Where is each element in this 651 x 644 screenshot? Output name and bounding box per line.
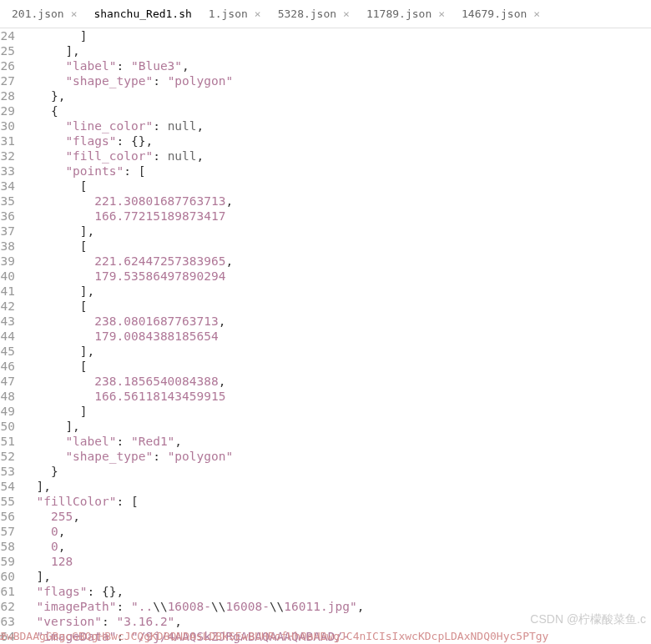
code-line[interactable]: "fill_color": null,	[22, 148, 651, 164]
code-line[interactable]: 0,	[22, 524, 651, 539]
line-number: 44	[0, 329, 15, 344]
tab-bar: 201.json×shanchu_Red1.sh1.json×5328.json…	[0, 0, 651, 28]
code-editor[interactable]: 2425262728293031323334353637383940414243…	[0, 28, 651, 644]
code-line[interactable]: ],	[22, 284, 651, 299]
line-number: 47	[0, 374, 15, 389]
code-line[interactable]: 0,	[22, 539, 651, 554]
tab-5328-json[interactable]: 5328.json×	[270, 0, 358, 28]
line-number: 57	[0, 524, 15, 539]
line-number: 45	[0, 344, 15, 359]
code-line[interactable]: 238.0801687763713,	[22, 314, 651, 329]
tab-shanchu_Red1-sh[interactable]: shanchu_Red1.sh	[85, 0, 199, 28]
code-line[interactable]: "shape_type": "polygon"	[22, 449, 651, 464]
code-line[interactable]: "shape_type": "polygon"	[22, 73, 651, 88]
tab-label: 5328.json	[278, 8, 336, 20]
line-number: 43	[0, 314, 15, 329]
line-number: 31	[0, 133, 15, 148]
tab-14679-json[interactable]: 14679.json×	[453, 0, 548, 28]
code-line[interactable]: 166.56118143459915	[22, 389, 651, 404]
line-number: 35	[0, 194, 15, 209]
line-number: 28	[0, 88, 15, 103]
code-line[interactable]: 221.30801687763713,	[22, 194, 651, 209]
code-line[interactable]: 179.0084388185654	[22, 329, 651, 344]
line-number: 41	[0, 284, 15, 299]
close-icon[interactable]: ×	[71, 8, 78, 20]
line-number: 61	[0, 584, 15, 599]
line-number: 46	[0, 359, 15, 374]
line-number: 29	[0, 103, 15, 118]
line-number: 56	[0, 509, 15, 524]
close-icon[interactable]: ×	[255, 8, 261, 20]
code-line[interactable]: "fillColor": [	[22, 494, 651, 509]
tab-label: 1.json	[209, 8, 248, 20]
code-line[interactable]: 179.53586497890294	[22, 269, 651, 284]
line-number: 36	[0, 209, 15, 224]
line-number: 59	[0, 554, 15, 569]
code-line[interactable]: "label": "Red1",	[22, 434, 651, 449]
code-line[interactable]: [	[22, 239, 651, 254]
code-line[interactable]: 128	[22, 554, 651, 569]
close-icon[interactable]: ×	[533, 8, 540, 20]
code-line[interactable]: },	[22, 88, 651, 103]
line-number: 52	[0, 449, 15, 464]
line-number: 49	[0, 404, 15, 419]
line-number: 40	[0, 269, 15, 284]
line-number: 54	[0, 479, 15, 494]
code-line[interactable]: ],	[22, 43, 651, 58]
code-line[interactable]: ]	[22, 404, 651, 419]
line-number: 53	[0, 464, 15, 479]
code-line[interactable]: ],	[22, 569, 651, 584]
code-line[interactable]: "flags": {},	[22, 584, 651, 599]
code-line[interactable]: 255,	[22, 509, 651, 524]
code-line[interactable]: "line_color": null,	[22, 118, 651, 133]
csdn-watermark: CSDN @柠檬酸菜鱼.c	[530, 612, 646, 627]
line-number: 27	[0, 73, 15, 88]
tab-1-json[interactable]: 1.json×	[200, 0, 270, 28]
close-icon[interactable]: ×	[438, 8, 445, 20]
code-line[interactable]: ],	[22, 479, 651, 494]
line-number: 38	[0, 239, 15, 254]
tab-label: 14679.json	[462, 8, 527, 20]
tab-201-json[interactable]: 201.json×	[3, 0, 85, 28]
line-number: 42	[0, 299, 15, 314]
line-number: 62	[0, 599, 15, 614]
code-line[interactable]: ],	[22, 419, 651, 434]
code-line[interactable]: [	[22, 179, 651, 194]
code-line[interactable]: ],	[22, 224, 651, 239]
line-number: 55	[0, 494, 15, 509]
code-line[interactable]: 238.1856540084388,	[22, 374, 651, 389]
line-number: 26	[0, 58, 15, 73]
code-line[interactable]: }	[22, 464, 651, 479]
line-number: 30	[0, 118, 15, 133]
code-line[interactable]: {	[22, 103, 651, 118]
tab-label: 11789.json	[366, 8, 431, 20]
line-number: 51	[0, 434, 15, 449]
code-line[interactable]: "flags": {},	[22, 133, 651, 148]
line-number: 24	[0, 28, 15, 43]
line-number: 34	[0, 179, 15, 194]
line-number: 39	[0, 254, 15, 269]
line-number: 58	[0, 539, 15, 554]
code-content[interactable]: ] ], "label": "Blue3", "shape_type": "po…	[22, 28, 651, 644]
line-number: 37	[0, 224, 15, 239]
code-line[interactable]: 221.62447257383965,	[22, 254, 651, 269]
code-line[interactable]: "label": "Blue3",	[22, 58, 651, 73]
code-line[interactable]: ],	[22, 344, 651, 359]
tab-label: shanchu_Red1.sh	[93, 8, 191, 20]
code-line[interactable]: ]	[22, 28, 651, 43]
tab-label: 201.json	[12, 8, 64, 20]
base64-cutoff-text: 2wBDAAgGBgcGBQgHBwcJCQgKDBQNDAsLDBkSEw8U…	[0, 630, 548, 642]
tab-11789-json[interactable]: 11789.json×	[358, 0, 453, 28]
line-number: 33	[0, 164, 15, 179]
code-line[interactable]: [	[22, 359, 651, 374]
line-number: 63	[0, 614, 15, 629]
line-number: 32	[0, 148, 15, 164]
line-gutter: 2425262728293031323334353637383940414243…	[0, 28, 22, 644]
code-line[interactable]: "points": [	[22, 164, 651, 179]
line-number: 25	[0, 43, 15, 58]
code-line[interactable]: 166.77215189873417	[22, 209, 651, 224]
line-number: 60	[0, 569, 15, 584]
close-icon[interactable]: ×	[343, 8, 350, 20]
line-number: 48	[0, 389, 15, 404]
code-line[interactable]: [	[22, 299, 651, 314]
